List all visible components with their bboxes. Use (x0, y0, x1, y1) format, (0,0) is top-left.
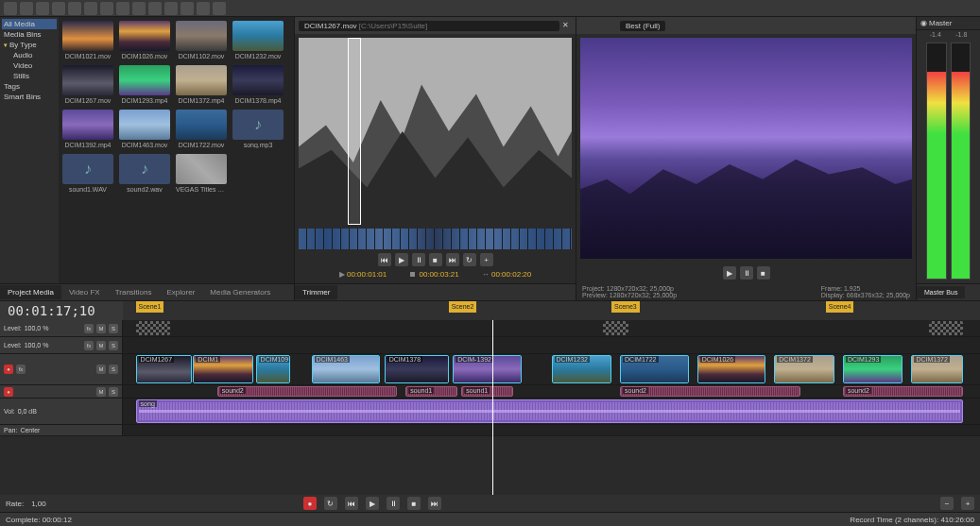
playhead[interactable] (492, 320, 493, 495)
timeline-marker[interactable]: Scene1 (136, 301, 164, 313)
video-clip[interactable]: DCIM109 (256, 355, 290, 383)
audio-clip[interactable]: sound2 (620, 386, 799, 397)
tl-pause-button[interactable]: ⏸ (387, 497, 400, 510)
meter-right[interactable] (951, 42, 971, 280)
copy-button[interactable] (100, 2, 113, 15)
media-item[interactable]: DCIM1372.mp4 (176, 65, 227, 104)
paste-button[interactable] (116, 2, 129, 15)
tree-item-stills[interactable]: Stills (2, 71, 57, 81)
play-button[interactable]: ▶ (395, 253, 408, 266)
tl-stop-button[interactable]: ■ (407, 497, 421, 510)
music-clip[interactable]: song (136, 399, 963, 423)
tab-master-bus[interactable]: Master Bus (917, 286, 965, 298)
overlay-clip[interactable] (929, 321, 963, 335)
preview-settings-icon[interactable] (580, 21, 590, 30)
tree-item-tags[interactable]: Tags (2, 81, 57, 92)
timeline-marker[interactable]: Scene2 (449, 301, 477, 313)
video-clip[interactable]: DCIM1293 (843, 355, 903, 383)
video-clip[interactable]: DCIM1267 (136, 355, 192, 383)
undo-button[interactable] (132, 2, 146, 15)
cut-button[interactable] (84, 2, 97, 15)
tl-play-button[interactable]: ▶ (366, 497, 379, 510)
video-clip[interactable]: DCIM1372 (911, 355, 962, 383)
video-clip[interactable]: DCIM1378 (385, 355, 449, 383)
trimmer-filmstrip[interactable] (299, 229, 572, 249)
media-item[interactable]: DCIM1378.mp4 (232, 65, 284, 104)
tree-item-video[interactable]: Video (2, 60, 57, 71)
timecode-display[interactable]: 00:01:17;10 (0, 303, 123, 318)
audio-clip[interactable]: sound2 (217, 386, 397, 397)
ripple-button[interactable] (181, 2, 194, 15)
playback-rate[interactable]: 1,00 (31, 500, 46, 508)
zoom-in-button[interactable]: + (961, 497, 974, 510)
tl-play-end-button[interactable]: ⏭ (428, 497, 441, 510)
timeline-marker[interactable]: Scene4 (826, 301, 854, 313)
tree-item-all-media[interactable]: All Media (2, 19, 57, 29)
track-solo-button[interactable]: S (109, 341, 118, 350)
snap-button[interactable] (164, 2, 178, 15)
timeline-ruler[interactable]: Scene1Scene2Scene3Scene4 (123, 301, 980, 320)
preview-split-icon[interactable] (607, 21, 616, 30)
help-button[interactable] (213, 2, 226, 15)
video-clip[interactable]: DCIM1463 (312, 355, 381, 383)
record-arm-button[interactable]: ● (4, 365, 13, 374)
track-fx-button[interactable]: fx (84, 324, 94, 333)
track-mute-button[interactable]: M (96, 365, 106, 374)
preview-overlay-icon[interactable] (903, 21, 912, 30)
tab-media-generators[interactable]: Media Generators (202, 285, 278, 299)
preview-stop-button[interactable]: ■ (757, 266, 770, 280)
preview-quality-dropdown[interactable]: Best (Full) (620, 21, 665, 31)
go-start-button[interactable]: ⏮ (378, 253, 391, 266)
tab-explorer[interactable]: Explorer (160, 285, 203, 299)
preview-fx-icon[interactable] (593, 21, 603, 30)
autocrossfade-button[interactable] (197, 2, 210, 15)
media-item[interactable]: ♪sound2.wav (119, 154, 170, 193)
overlay-clip[interactable] (136, 321, 170, 335)
media-item[interactable]: DCIM1392.mp4 (62, 110, 113, 148)
trimmer-close-icon[interactable]: ✕ (562, 21, 572, 30)
media-item[interactable]: DCIM1463.mov (119, 110, 170, 148)
trimmer-selection[interactable] (348, 38, 361, 225)
track-solo-button[interactable]: S (109, 387, 118, 397)
media-item[interactable]: ♪sound1.WAV (62, 154, 113, 193)
media-item[interactable]: DCIM1102.mov (176, 21, 227, 59)
overlay-clip[interactable] (603, 321, 628, 335)
render-button[interactable] (52, 2, 65, 15)
tree-item-by-type[interactable]: By Type (2, 40, 57, 50)
media-item[interactable]: ♪song.mp3 (232, 110, 284, 148)
meter-left[interactable] (926, 42, 947, 280)
tree-item-media-bins[interactable]: Media Bins (2, 29, 57, 40)
media-item[interactable]: DCIM1026.mov (119, 21, 170, 59)
media-item[interactable]: DCIM1021.mov (62, 21, 113, 59)
loop-button[interactable]: ↻ (463, 253, 476, 266)
media-item[interactable]: DCIM1232.mov (232, 21, 284, 59)
pause-button[interactable]: ⏸ (412, 253, 425, 266)
preview-play-button[interactable]: ▶ (723, 266, 736, 280)
video-clip[interactable]: DCIM1 (193, 355, 252, 383)
properties-button[interactable] (68, 2, 81, 15)
tl-play-start-button[interactable]: ⏮ (345, 497, 358, 510)
tl-record-button[interactable]: ● (303, 497, 317, 510)
media-item[interactable]: DCIM1722.mov (176, 110, 227, 148)
video-clip[interactable]: DCIM1026 (697, 355, 766, 383)
video-clip[interactable]: DCIM1232 (552, 355, 611, 383)
preview-pause-button[interactable]: ⏸ (740, 266, 753, 280)
audio-clip[interactable]: sound1 (405, 386, 456, 397)
tab-trimmer[interactable]: Trimmer (295, 285, 337, 299)
stop-button[interactable]: ■ (429, 253, 442, 266)
record-arm-button[interactable]: ● (4, 387, 13, 397)
redo-button[interactable] (148, 2, 162, 15)
tab-video-fx[interactable]: Video FX (61, 285, 108, 299)
track-solo-button[interactable]: S (109, 365, 118, 374)
track-mute-button[interactable]: M (96, 341, 106, 350)
add-media-button[interactable]: + (480, 253, 493, 266)
media-item[interactable]: DCIM1293.mp4 (119, 65, 170, 104)
tab-project-media[interactable]: Project Media (0, 285, 61, 299)
new-project-button[interactable] (4, 2, 17, 15)
media-item[interactable]: VEGAS Titles & Text abstract (176, 154, 227, 193)
tree-item-audio[interactable]: Audio (2, 50, 57, 60)
trimmer-viewport[interactable] (299, 38, 572, 225)
audio-clip[interactable]: sound1 (461, 386, 512, 397)
audio-clip[interactable]: sound2 (843, 386, 963, 397)
video-clip[interactable]: DCIM1722 (620, 355, 689, 383)
